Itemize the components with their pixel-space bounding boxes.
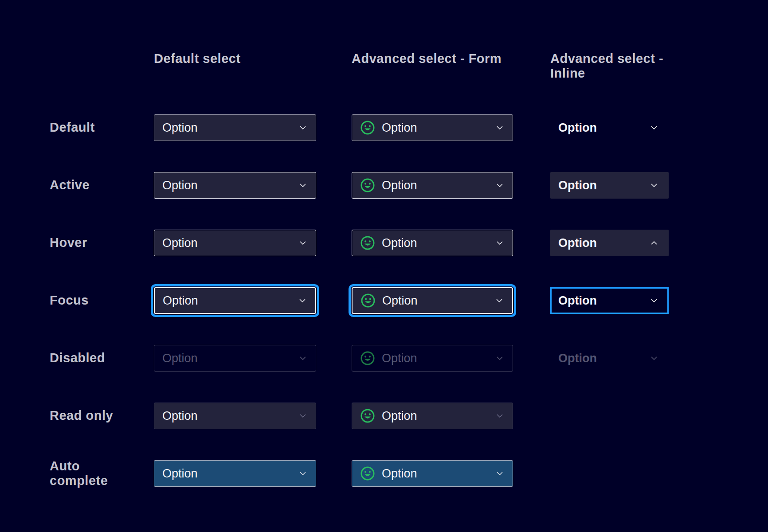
advanced-form-select-auto-complete-state[interactable]: Option: [352, 460, 513, 487]
chevron-down-icon: [298, 411, 308, 421]
chevron-down-icon: [649, 123, 659, 133]
smiley-icon: [360, 120, 375, 135]
advanced-form-select-hover-state[interactable]: Option: [352, 230, 513, 256]
row-label-focus: Focus: [50, 293, 123, 308]
advanced-inline-select-focus-state[interactable]: Option: [550, 287, 669, 314]
smiley-icon: [360, 351, 375, 366]
chevron-down-icon: [298, 469, 308, 478]
advanced-inline-select-hover-state[interactable]: Option: [550, 230, 669, 256]
chevron-down-icon: [494, 296, 504, 305]
column-header-default-select: Default select: [154, 47, 352, 99]
advanced-form-select-focus-state[interactable]: Option: [352, 287, 513, 314]
smiley-icon: [360, 408, 375, 423]
default-select-focus-state[interactable]: Option: [154, 287, 316, 314]
select-value: Option: [163, 294, 198, 308]
chevron-down-icon: [495, 238, 505, 248]
select-value: Option: [382, 179, 417, 192]
default-select-hover-state[interactable]: Option: [154, 230, 316, 256]
select-value: Option: [558, 294, 597, 308]
select-value: Option: [558, 179, 597, 192]
chevron-down-icon: [495, 411, 505, 421]
chevron-down-icon: [495, 180, 505, 190]
select-value: Option: [162, 236, 198, 250]
select-value: Option: [162, 121, 198, 135]
chevron-up-icon: [649, 238, 659, 248]
default-select-default-state[interactable]: Option: [154, 114, 316, 141]
chevron-down-icon: [495, 123, 505, 133]
advanced-inline-select-disabled-state: Option: [550, 345, 669, 372]
advanced-form-select-active-state[interactable]: Option: [352, 172, 513, 199]
select-value: Option: [382, 294, 418, 308]
smiley-icon: [360, 235, 375, 250]
chevron-down-icon: [298, 296, 307, 305]
row-label-disabled: Disabled: [50, 351, 123, 365]
select-value: Option: [558, 121, 597, 135]
chevron-down-icon: [649, 353, 659, 363]
select-value: Option: [558, 352, 597, 365]
select-states-matrix: Default select Advanced select - Form Ad…: [0, 0, 768, 502]
row-label-auto-complete: Auto complete: [50, 459, 123, 489]
advanced-form-select-disabled-state: Option: [352, 345, 513, 372]
select-value: Option: [162, 352, 198, 365]
chevron-down-icon: [298, 238, 308, 248]
select-value: Option: [558, 236, 597, 250]
select-value: Option: [382, 409, 417, 423]
default-select-read-only-state[interactable]: Option: [154, 403, 316, 429]
select-value: Option: [162, 409, 198, 423]
smiley-icon: [360, 293, 376, 308]
select-value: Option: [382, 352, 417, 365]
smiley-icon: [360, 178, 375, 193]
default-select-disabled-state: Option: [154, 345, 316, 372]
select-value: Option: [382, 121, 417, 135]
smiley-icon: [360, 466, 375, 481]
matrix-corner: [50, 47, 154, 99]
column-header-advanced-select-inline: Advanced select - Inline: [550, 47, 669, 99]
row-label-default: Default: [50, 120, 123, 135]
column-header-advanced-select-form: Advanced select - Form: [352, 47, 550, 99]
advanced-inline-select-active-state[interactable]: Option: [550, 172, 669, 199]
select-value: Option: [162, 467, 198, 481]
advanced-form-select-default-state[interactable]: Option: [352, 114, 513, 141]
advanced-inline-select-default-state[interactable]: Option: [550, 114, 669, 141]
row-label-active: Active: [50, 178, 123, 192]
chevron-down-icon: [298, 353, 308, 363]
chevron-down-icon: [495, 469, 505, 478]
row-label-read-only: Read only: [50, 408, 123, 423]
select-value: Option: [382, 236, 417, 250]
chevron-down-icon: [649, 180, 659, 190]
chevron-down-icon: [495, 353, 505, 363]
select-value: Option: [382, 467, 417, 481]
row-label-hover: Hover: [50, 235, 123, 250]
select-value: Option: [162, 179, 198, 192]
default-select-auto-complete-state[interactable]: Option: [154, 460, 316, 487]
chevron-down-icon: [298, 123, 308, 133]
advanced-form-select-read-only-state[interactable]: Option: [352, 403, 513, 429]
chevron-down-icon: [649, 296, 659, 305]
chevron-down-icon: [298, 180, 308, 190]
default-select-active-state[interactable]: Option: [154, 172, 316, 199]
